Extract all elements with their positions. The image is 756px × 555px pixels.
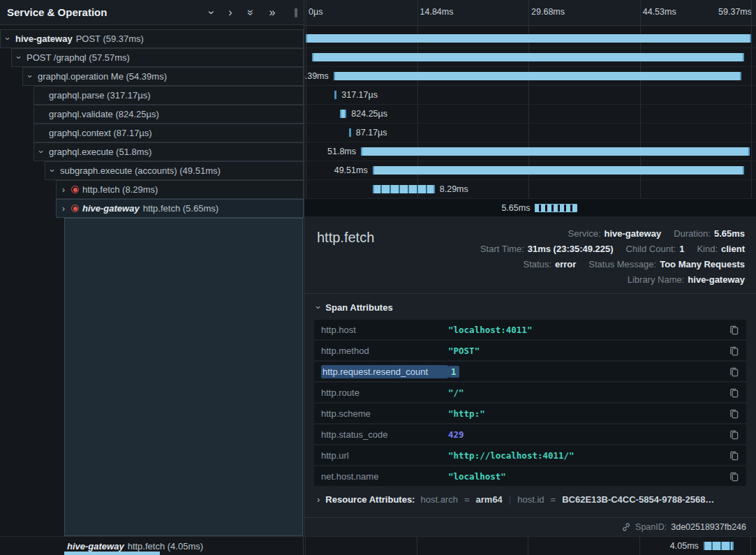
copy-icon[interactable]: [729, 387, 739, 398]
expand-all-icon[interactable]: »: [269, 7, 276, 18]
tree-row[interactable]: graphql.parse (317.17µs): [0, 86, 304, 105]
resource-attributes-toggle[interactable]: › Resource Attributes: host.arch=arm64|h…: [304, 487, 756, 510]
attribute-value: "http:": [448, 408, 485, 419]
meta-value: Too Many Requests: [660, 259, 745, 269]
span-attributes-toggle[interactable]: › Span Attributes: [304, 294, 756, 320]
trace-viewer: Service & Operation ››»»∥ ›hive-gatewayP…: [0, 0, 756, 555]
chevron-down-icon[interactable]: ›: [47, 167, 58, 175]
copy-icon[interactable]: [729, 408, 739, 419]
meta-value: hive-gateway: [688, 274, 745, 285]
chevron-right-icon[interactable]: ›: [228, 7, 232, 18]
span-row-box: ›hive-gatewayhttp.fetch (5.65ms): [56, 199, 304, 218]
attribute-key: http.url: [321, 450, 448, 461]
span-bar[interactable]: [340, 110, 346, 118]
chevron-down-icon: ›: [314, 306, 323, 309]
span-row-box: ›subgraph.execute (accounts) (49.51ms): [45, 161, 304, 180]
span-duration-label: 49.51ms: [334, 161, 368, 180]
detail-meta-line: Library Name:hive-gateway: [480, 272, 745, 288]
service-name: hive-gateway: [82, 203, 140, 214]
attribute-key: http.scheme: [321, 408, 448, 419]
timeline-row[interactable]: 87.17µs: [304, 124, 756, 142]
collapse-all-icon[interactable]: »: [245, 9, 256, 15]
span-label: graphql.execute (51.8ms): [49, 147, 151, 157]
attribute-value: 1: [448, 366, 459, 378]
resource-value: BC62E13B-C4CC-5854-9788-2568…: [562, 494, 714, 505]
span-duration-label: 87.17µs: [356, 124, 387, 142]
tree-header: Service & Operation ››»»∥: [0, 0, 304, 25]
span-title: http.fetch: [317, 230, 374, 246]
grid-line: [639, 537, 640, 555]
span-duration-label: 54.39ms: [304, 67, 329, 86]
timeline-row[interactable]: [304, 29, 756, 48]
resource-attributes-title: Resource Attributes:: [325, 494, 415, 505]
tree-row[interactable]: graphql.validate (824.25µs): [0, 105, 304, 124]
span-row-box: graphql.validate (824.25µs): [34, 105, 304, 124]
tree-row[interactable]: ›hive-gatewayPOST (59.37ms): [0, 29, 304, 48]
span-bar[interactable]: [535, 204, 577, 212]
span-label: graphql.operation Me (54.39ms): [38, 71, 167, 82]
attribute-value: "/": [448, 387, 464, 398]
copy-icon[interactable]: [729, 325, 739, 335]
timeline-row[interactable]: 49.51ms: [304, 161, 756, 180]
grid-line: [750, 537, 751, 555]
span-duration-label: 4.05ms: [670, 537, 699, 555]
copy-icon[interactable]: [729, 429, 739, 440]
timeline-row[interactable]: [304, 48, 756, 67]
partial-span-bar[interactable]: [64, 552, 160, 555]
chevron-down-icon[interactable]: ›: [25, 73, 36, 81]
timeline-row[interactable]: 8.29ms: [304, 180, 756, 199]
span-bar[interactable]: [312, 53, 744, 61]
span-bar[interactable]: [334, 91, 336, 99]
grid-line: [528, 537, 528, 555]
tree-row[interactable]: graphql.context (87.17µs): [0, 124, 304, 142]
timeline-row[interactable]: 54.39ms: [304, 67, 756, 86]
meta-value: 1: [679, 244, 684, 254]
copy-icon[interactable]: [729, 471, 739, 482]
detail-meta-pair: Service:hive-gateway: [568, 226, 662, 242]
chevron-down-icon[interactable]: ›: [36, 148, 47, 156]
resource-key: host.arch: [420, 494, 457, 505]
header-controls: ››»»∥: [209, 7, 298, 18]
timeline-row[interactable]: 317.17µs: [304, 86, 756, 105]
span-bar[interactable]: [361, 147, 750, 156]
attribute-value: "POST": [448, 346, 480, 356]
span-duration-label: 824.25µs: [351, 105, 387, 124]
span-bar[interactable]: [373, 166, 744, 175]
chevron-right-icon[interactable]: ›: [59, 184, 68, 195]
tree-row[interactable]: ›POST /graphql (57.57ms): [0, 48, 304, 67]
resize-handle-icon[interactable]: ∥: [294, 8, 299, 17]
span-bar[interactable]: [373, 185, 435, 193]
copy-icon[interactable]: [729, 367, 739, 377]
chevron-down-icon[interactable]: ›: [14, 54, 24, 62]
tree-row[interactable]: ›subgraph.execute (accounts) (49.51ms): [0, 161, 304, 180]
timeline-row[interactable]: 5.65ms: [304, 199, 756, 218]
attribute-value: 429: [448, 429, 464, 440]
tree-row[interactable]: ›http.fetch (8.29ms): [0, 180, 304, 199]
timeline-tick-label: 59.37ms: [718, 7, 752, 17]
span-bar[interactable]: [334, 72, 742, 80]
attribute-key: http.route: [321, 387, 448, 398]
link-icon[interactable]: [621, 522, 631, 532]
detail-meta-pair: Library Name:hive-gateway: [628, 272, 745, 288]
tree-row[interactable]: ›graphql.operation Me (54.39ms): [0, 67, 304, 86]
chevron-down-icon[interactable]: ›: [3, 35, 13, 43]
timeline-tick-label: 44.53ms: [643, 7, 676, 17]
timeline-tick-label: 14.84ms: [420, 7, 454, 17]
detail-meta-pair: Duration:5.65ms: [674, 226, 745, 242]
timeline-row[interactable]: 824.25µs: [304, 105, 756, 124]
span-bar[interactable]: [306, 34, 751, 43]
tree-row[interactable]: ›hive-gatewayhttp.fetch (5.65ms): [0, 199, 304, 218]
chevron-right-icon[interactable]: ›: [59, 203, 68, 214]
chevron-down-icon[interactable]: ›: [206, 10, 217, 14]
tree-row[interactable]: ›graphql.execute (51.8ms): [0, 142, 304, 161]
detail-header: http.fetch Service:hive-gatewayDuration:…: [304, 216, 756, 292]
copy-icon[interactable]: [729, 450, 739, 461]
span-bar[interactable]: [704, 542, 734, 550]
detail-meta-pair: Child Count:1: [626, 242, 685, 257]
attribute-row: http.url"http://localhost:4011/": [314, 445, 746, 465]
attribute-key: http.status_code: [321, 429, 448, 440]
copy-icon[interactable]: [729, 346, 739, 356]
span-duration-label: 51.8ms: [327, 142, 356, 161]
span-bar[interactable]: [349, 128, 351, 137]
timeline-row[interactable]: 51.8ms: [304, 142, 756, 161]
